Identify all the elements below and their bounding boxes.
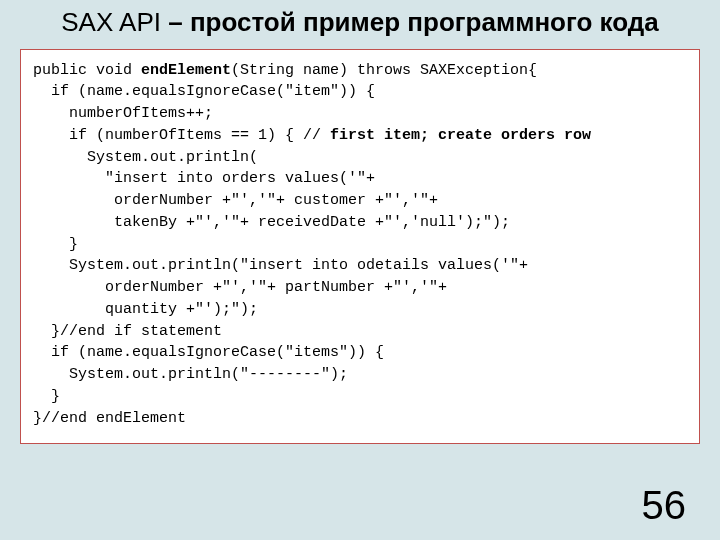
code-l01b: endElement xyxy=(141,62,231,79)
code-l04a: if (numberOfItems == 1) { // xyxy=(33,127,330,144)
code-l07: orderNumber +"','"+ customer +"','"+ xyxy=(33,192,438,209)
code-l08: takenBy +"','"+ receivedDate +"','null')… xyxy=(33,214,510,231)
page-number: 56 xyxy=(642,483,687,528)
slide-title: SAX API – простой пример программного ко… xyxy=(0,0,720,49)
code-l16: } xyxy=(33,388,60,405)
code-l10: System.out.println("insert into odetails… xyxy=(33,257,528,274)
code-l11: orderNumber +"','"+ partNumber +"','"+ xyxy=(33,279,447,296)
code-block: public void endElement(String name) thro… xyxy=(20,49,700,445)
code-l03: numberOfItems++; xyxy=(33,105,213,122)
code-l01c: (String name) throws SAXException{ xyxy=(231,62,537,79)
title-rest: – простой пример программного кода xyxy=(161,7,659,37)
code-l14: if (name.equalsIgnoreCase("items")) { xyxy=(33,344,384,361)
code-l12: quantity +"');"); xyxy=(33,301,258,318)
code-l06: "insert into orders values('"+ xyxy=(33,170,375,187)
code-l13: }//end if statement xyxy=(33,323,222,340)
code-l05: System.out.println( xyxy=(33,149,258,166)
code-l04b: first item; create orders row xyxy=(330,127,591,144)
code-l02: if (name.equalsIgnoreCase("item")) { xyxy=(33,83,375,100)
code-l09: } xyxy=(33,236,78,253)
code-l17: }//end endElement xyxy=(33,410,186,427)
code-l15: System.out.println("--------"); xyxy=(33,366,348,383)
title-sax: SAX API xyxy=(61,7,161,37)
code-l01a: public void xyxy=(33,62,141,79)
